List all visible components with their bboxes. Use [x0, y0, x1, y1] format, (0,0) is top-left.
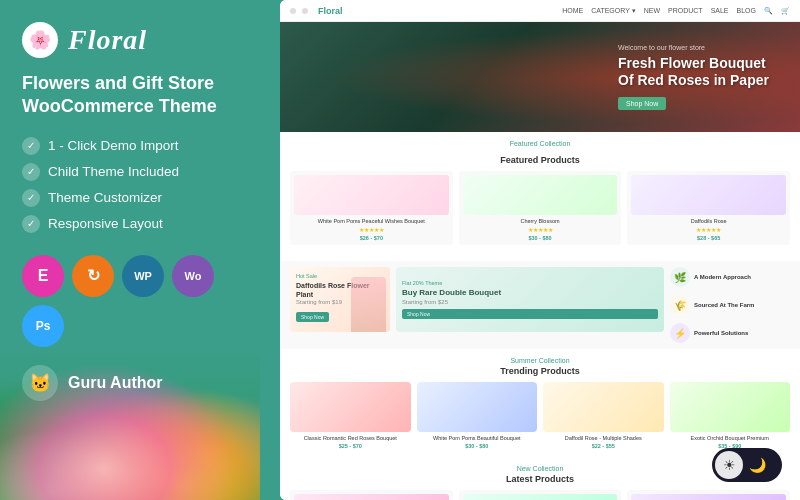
feature-mini-icon: 🌾	[670, 295, 690, 315]
preview-header: Floral HOME CATEGORY ▾ NEW PRODUCT SALE …	[280, 0, 800, 22]
feature-mini-text: A Modern Approach	[694, 274, 751, 280]
trending-card[interactable]: Exotic Orchid Bouquet Premium $35 - $90	[670, 382, 791, 449]
check-icon: ✓	[22, 163, 40, 181]
feature-mini-item: 🌿 A Modern Approach	[670, 267, 790, 287]
trending-name: Exotic Orchid Bouquet Premium	[670, 435, 791, 441]
nav-new[interactable]: NEW	[644, 7, 660, 15]
hero-cta-button[interactable]: Shop Now	[618, 97, 666, 110]
nav-search-icon[interactable]: 🔍	[764, 7, 773, 15]
featured-section: Featured Collection Featured Products Wh…	[280, 132, 800, 261]
banner-right-sub: Starting from $25	[402, 299, 658, 305]
tagline: Flowers and Gift Store WooCommerce Theme	[22, 72, 260, 119]
feature-mini-icon: 🌿	[670, 267, 690, 287]
featured-products-grid: White Pom Poms Peaceful Wishes Bouquet ★…	[290, 171, 790, 245]
product-price: $26 - $70	[294, 235, 449, 241]
product-image	[631, 175, 786, 215]
feature-label: Child Theme Included	[48, 164, 179, 179]
product-stars: ★★★★★	[463, 226, 618, 233]
nav-product[interactable]: PRODUCT	[668, 7, 703, 15]
product-price: $30 - $80	[463, 235, 618, 241]
latest-product-img	[463, 494, 618, 500]
features-mini-row: 🌿 A Modern Approach 🌾 Sourced At The Far…	[670, 267, 790, 343]
product-price: $28 - $65	[631, 235, 786, 241]
latest-product-card[interactable]: Wonderful Pink Bouquet $28 - $65	[627, 490, 790, 500]
feature-mini-item: ⚡ Powerful Solutions	[670, 323, 790, 343]
wordpress-badge[interactable]: WP	[122, 255, 164, 297]
nav-blog[interactable]: BLOG	[737, 7, 756, 15]
banner-left[interactable]: Hot Sale Daffodils Rose Flower Plant Sta…	[290, 267, 390, 332]
featured-title: Featured Products	[290, 155, 790, 165]
trending-name: Classic Romantic Red Roses Bouquet	[290, 435, 411, 441]
banner-right-title: Buy Rare Double Bouquet	[402, 288, 658, 297]
nav-sale[interactable]: SALE	[711, 7, 729, 15]
nav-dot	[290, 8, 296, 14]
woocommerce-badge[interactable]: Wo	[172, 255, 214, 297]
feature-mini-item: 🌾 Sourced At The Farm	[670, 295, 790, 315]
trending-title: Trending Products	[290, 366, 790, 376]
photoshop-badge[interactable]: Ps	[22, 305, 64, 347]
product-image	[463, 175, 618, 215]
banner-person	[351, 277, 386, 332]
trending-price: $30 - $80	[417, 443, 538, 449]
trending-card[interactable]: White Pom Poms Beautiful Bouquet $30 - $…	[417, 382, 538, 449]
preview-container: Floral HOME CATEGORY ▾ NEW PRODUCT SALE …	[280, 0, 800, 500]
product-card[interactable]: White Pom Poms Peaceful Wishes Bouquet ★…	[290, 171, 453, 245]
feature-item: ✓ Responsive Layout	[22, 215, 260, 233]
banner-right-btn[interactable]: Shop Now	[402, 309, 658, 319]
feature-mini-text: Powerful Solutions	[694, 330, 748, 336]
trending-price: $25 - $70	[290, 443, 411, 449]
banner-right[interactable]: Flat 20% Theme Buy Rare Double Bouquet S…	[396, 267, 664, 332]
feature-mini-text: Sourced At The Farm	[694, 302, 754, 308]
logo-icon: 🌸	[22, 22, 58, 58]
tech-badges: E ↻ WP Wo Ps	[22, 255, 260, 347]
banner-right-tag: Flat 20% Theme	[402, 280, 658, 286]
trending-card[interactable]: Daffodil Rose - Multiple Shades $22 - $5…	[543, 382, 664, 449]
latest-product-img	[294, 494, 449, 500]
trending-price: $22 - $55	[543, 443, 664, 449]
logo-text: Floral	[68, 24, 147, 56]
product-name: Cherry Blossom	[463, 218, 618, 224]
dark-mode-toggle[interactable]: ☀ 🌙	[712, 448, 782, 482]
feature-item: ✓ Child Theme Included	[22, 163, 260, 181]
trending-name: White Pom Poms Beautiful Bouquet	[417, 435, 538, 441]
moon-icon: 🌙	[749, 457, 766, 473]
check-icon: ✓	[22, 137, 40, 155]
nav-category[interactable]: CATEGORY ▾	[591, 7, 635, 15]
check-icon: ✓	[22, 189, 40, 207]
author-row: 🐱 Guru Author	[22, 365, 260, 401]
right-panel: Floral HOME CATEGORY ▾ NEW PRODUCT SALE …	[280, 0, 800, 500]
product-name: Daffodils Rose	[631, 218, 786, 224]
child-theme-badge[interactable]: ↻	[72, 255, 114, 297]
light-mode-option[interactable]: ☀	[715, 451, 743, 479]
trending-img	[417, 382, 538, 432]
check-icon: ✓	[22, 215, 40, 233]
banner-left-btn[interactable]: Shop Now	[296, 312, 329, 322]
product-card[interactable]: Cherry Blossom ★★★★★ $30 - $80	[459, 171, 622, 245]
hero-text-block: Welcome to our flower store Fresh Flower…	[600, 32, 800, 122]
feature-item: ✓ 1 - Click Demo Import	[22, 137, 260, 155]
dark-mode-option[interactable]: 🌙	[743, 451, 771, 479]
author-text: Guru Author	[68, 374, 163, 392]
nav-home[interactable]: HOME	[562, 7, 583, 15]
trending-name: Daffodil Rose - Multiple Shades	[543, 435, 664, 441]
left-panel: 🌸 Floral Flowers and Gift Store WooComme…	[0, 0, 280, 500]
latest-product-card[interactable]: New Baby Welcome - Flowers $25 - $29	[290, 490, 453, 500]
trending-subtitle: Summer Collection	[290, 357, 790, 364]
preview-nav: HOME CATEGORY ▾ NEW PRODUCT SALE BLOG 🔍 …	[562, 7, 790, 15]
trending-img	[543, 382, 664, 432]
feature-label: Theme Customizer	[48, 190, 162, 205]
product-image	[294, 175, 449, 215]
latest-product-card[interactable]: Cafe Flowers (Mixed) - Lost Orchid Forms…	[459, 490, 622, 500]
preview-content: Welcome to our flower store Fresh Flower…	[280, 22, 800, 500]
product-card[interactable]: Daffodils Rose ★★★★★ $28 - $65	[627, 171, 790, 245]
nav-cart-icon[interactable]: 🛒	[781, 7, 790, 15]
trending-card[interactable]: Classic Romantic Red Roses Bouquet $25 -…	[290, 382, 411, 449]
trending-img	[290, 382, 411, 432]
elementor-badge[interactable]: E	[22, 255, 64, 297]
product-stars: ★★★★★	[294, 226, 449, 233]
trending-section: Summer Collection Trending Products Clas…	[280, 349, 800, 457]
featured-subtitle: Featured Collection	[290, 140, 790, 147]
logo-row: 🌸 Floral	[22, 22, 260, 58]
author-icon: 🐱	[22, 365, 58, 401]
product-name: White Pom Poms Peaceful Wishes Bouquet	[294, 218, 449, 224]
